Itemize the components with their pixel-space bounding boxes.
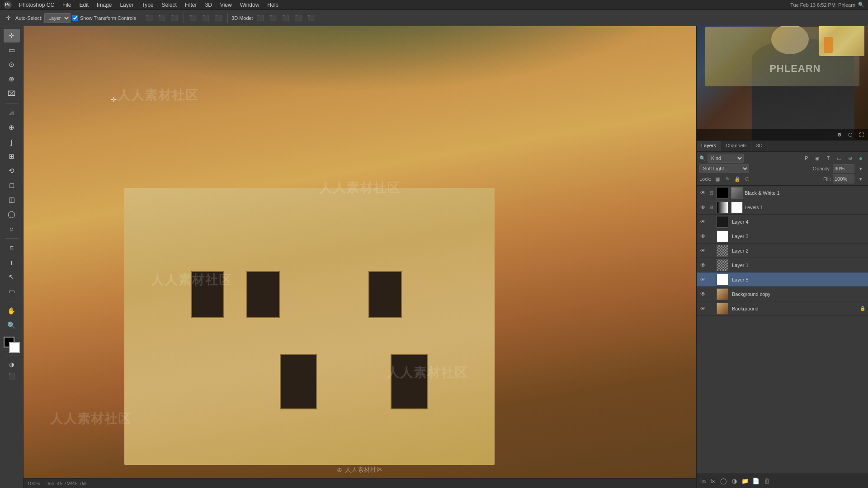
3d-mode-btn-3[interactable]: ⬛	[280, 13, 291, 23]
layer-vis-3[interactable]: 👁	[699, 233, 707, 240]
eraser-tool[interactable]: ◻	[4, 178, 20, 192]
align-bottom-btn[interactable]: ⬛	[213, 13, 224, 23]
layer-item-levels1[interactable]: 👁 ⛓ Levels 1	[697, 200, 868, 215]
footer-adjustment-icon[interactable]: ◑	[730, 477, 739, 486]
lock-artboard-btn[interactable]: ⬡	[743, 174, 752, 183]
layer-item-4[interactable]: 👁 Layer 4	[697, 215, 868, 229]
layer-vis-1[interactable]: 👁	[699, 262, 707, 269]
layer-item-2[interactable]: 👁 Layer 2	[697, 244, 868, 258]
layer-vis-bg[interactable]: 👁	[699, 305, 707, 312]
3d-mode-btn-5[interactable]: ⬛	[306, 13, 316, 23]
fill-chevron[interactable]: ▾	[856, 174, 865, 183]
footer-mask-icon[interactable]: ◯	[719, 477, 728, 486]
fill-input[interactable]	[833, 174, 854, 183]
3d-mode-btn-1[interactable]: ⬛	[255, 13, 266, 23]
opacity-chevron[interactable]: ▾	[856, 164, 865, 173]
brush-tool[interactable]: ∫	[4, 135, 20, 149]
tab-channels[interactable]: Channels	[721, 141, 751, 151]
3d-mode-btn-4[interactable]: ⬛	[293, 13, 304, 23]
filter-toggle-btn[interactable]: ●	[856, 154, 865, 163]
menu-view[interactable]: View	[217, 1, 236, 9]
menu-edit[interactable]: Edit	[75, 1, 92, 9]
show-controls-checkbox[interactable]	[72, 15, 78, 21]
footer-group-icon[interactable]: 📁	[741, 477, 750, 486]
menu-layer[interactable]: Layer	[116, 1, 137, 9]
screen-mode-btn[interactable]: ⬛	[6, 371, 17, 381]
menu-window[interactable]: Window	[236, 1, 263, 9]
eyedropper-tool[interactable]: ⊿	[4, 106, 20, 120]
menu-select[interactable]: Select	[158, 1, 180, 9]
vc-settings-btn[interactable]: ⚙	[835, 131, 844, 139]
opacity-input[interactable]	[833, 164, 854, 173]
tool-separator-3	[5, 301, 19, 301]
lock-all-btn[interactable]: 🔒	[733, 174, 742, 183]
layer-item-bg-copy[interactable]: 👁 Background copy	[697, 287, 868, 301]
menu-3d[interactable]: 3D	[202, 1, 216, 9]
tool-separator-2	[5, 238, 19, 239]
layer-item-5[interactable]: 👁 Layer 5	[697, 272, 868, 287]
layer-item-bw1[interactable]: 👁 ⛓ Black & White 1	[697, 186, 868, 200]
menu-file[interactable]: File	[59, 1, 75, 9]
hand-tool[interactable]: ✋	[4, 304, 20, 318]
move-tool-btn[interactable]: ✛	[3, 13, 14, 23]
menu-type[interactable]: Type	[138, 1, 157, 9]
color-swatch[interactable]	[4, 337, 20, 353]
layer-vis-levels1[interactable]: 👁	[699, 204, 707, 211]
gradient-tool[interactable]: ◫	[4, 193, 20, 206]
layer-vis-5[interactable]: 👁	[699, 276, 707, 283]
tab-layers[interactable]: Layers	[697, 141, 721, 151]
spot-heal-tool[interactable]: ⊕	[4, 121, 20, 134]
shape-tool[interactable]: ▭	[4, 285, 20, 298]
background-color[interactable]	[9, 342, 20, 353]
menu-filter[interactable]: Filter	[181, 1, 201, 9]
zoom-tool[interactable]: 🔍	[4, 319, 20, 332]
marquee-tool[interactable]: ▭	[4, 43, 20, 57]
text-tool[interactable]: T	[4, 256, 20, 269]
filter-type-select[interactable]: Kind	[708, 154, 744, 163]
quick-select-tool[interactable]: ⊛	[4, 72, 20, 86]
align-middle-btn[interactable]: ⬛	[200, 13, 211, 23]
layer-vis-bg-copy[interactable]: 👁	[699, 291, 707, 298]
footer-new-layer-icon[interactable]: 📄	[751, 477, 760, 486]
menu-help[interactable]: Help	[264, 1, 282, 9]
layer-item-bg[interactable]: 👁 Background 🔒	[697, 301, 868, 316]
path-select-tool[interactable]: ↖	[4, 270, 20, 284]
show-controls-label[interactable]: Show Transform Controls	[72, 15, 136, 21]
layer-vis-bw1[interactable]: 👁	[699, 189, 707, 197]
vc-pip-btn[interactable]: ⬡	[846, 131, 854, 139]
layer-vis-2[interactable]: 👁	[699, 247, 707, 254]
filter-icon-smart-btn[interactable]: ⊛	[845, 154, 854, 163]
dodge-tool[interactable]: ○	[4, 222, 20, 235]
crop-tool[interactable]: ⌧	[4, 87, 20, 100]
blur-tool[interactable]: ◯	[4, 207, 20, 221]
filter-icon-type-btn[interactable]: T	[824, 154, 833, 163]
align-top-btn[interactable]: ⬛	[188, 13, 198, 23]
lasso-tool[interactable]: ⊙	[4, 58, 20, 71]
blend-mode-select[interactable]: Soft Light	[699, 164, 749, 173]
lock-position-btn[interactable]: ✎	[723, 174, 732, 183]
lock-pixel-btn[interactable]: ▦	[713, 174, 722, 183]
auto-select-type[interactable]: Layer	[44, 13, 71, 23]
history-tool[interactable]: ⟲	[4, 164, 20, 178]
clone-tool[interactable]: ⊞	[4, 150, 20, 163]
search-icon[interactable]: 🔍	[858, 2, 864, 8]
align-left-btn[interactable]: ⬛	[144, 13, 155, 23]
layer-item-3[interactable]: 👁 Layer 3	[697, 229, 868, 244]
align-center-h-btn[interactable]: ⬛	[156, 13, 167, 23]
footer-fx-icon[interactable]: fx	[708, 477, 717, 486]
quick-mask-btn[interactable]: ◑	[6, 359, 17, 370]
tab-3d[interactable]: 3D	[752, 141, 768, 151]
3d-mode-btn-2[interactable]: ⬛	[268, 13, 278, 23]
pen-tool[interactable]: ⌑	[4, 241, 20, 255]
filter-icon-px-btn[interactable]: P	[802, 154, 811, 163]
filter-icon-adj-btn[interactable]: ◉	[813, 154, 822, 163]
footer-delete-icon[interactable]: 🗑	[762, 477, 771, 486]
align-right-btn[interactable]: ⬛	[169, 13, 180, 23]
filter-icon-shape-btn[interactable]: ▭	[835, 154, 844, 163]
vc-fullscreen-btn[interactable]: ⛶	[857, 131, 865, 139]
layer-vis-4[interactable]: 👁	[699, 218, 707, 225]
menu-image[interactable]: Image	[93, 1, 115, 9]
layer-item-1[interactable]: 👁 Layer 1	[697, 258, 868, 272]
menu-photoshop[interactable]: Photoshop CC	[15, 1, 58, 9]
move-tool[interactable]: ✛	[4, 29, 20, 42]
